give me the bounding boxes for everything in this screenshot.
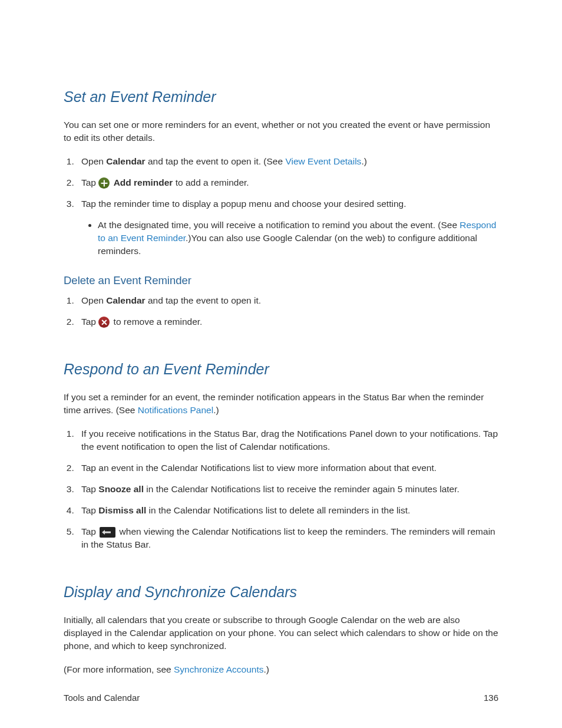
link-notifications-panel[interactable]: Notifications Panel — [138, 405, 213, 415]
link-synchronize-accounts[interactable]: Synchronize Accounts — [174, 664, 264, 674]
page-number: 136 — [484, 693, 498, 703]
text: Tap — [81, 526, 98, 536]
bold: Dismiss all — [98, 505, 146, 515]
text: Tap the reminder time to display a popup… — [81, 199, 406, 209]
step-item: Tap the reminder time to display a popup… — [77, 197, 498, 258]
page: Set an Event Reminder You can set one or… — [0, 0, 562, 728]
text: At the designated time, you will receive… — [98, 220, 459, 230]
section-set-reminder: Set an Event Reminder You can set one or… — [64, 88, 498, 328]
link-view-event-details[interactable]: View Event Details — [285, 156, 361, 166]
text: in the Calendar Notifications list to de… — [146, 505, 410, 515]
bold: Add reminder — [114, 177, 173, 187]
sub-item: At the designated time, you will receive… — [98, 219, 498, 258]
intro-respond: If you set a reminder for an event, the … — [64, 391, 498, 417]
text: Open — [81, 156, 106, 166]
bold: Calendar — [106, 156, 145, 166]
bold: Calendar — [106, 295, 145, 305]
step-item: If you receive notifications in the Stat… — [77, 427, 498, 453]
text: Tap an event in the Calendar Notificatio… — [81, 463, 437, 473]
back-icon — [100, 527, 115, 538]
heading-delete-reminder: Delete an Event Reminder — [64, 274, 498, 287]
steps-delete-reminder: Open Calendar and tap the event to open … — [64, 294, 498, 328]
step-item: Tap Add reminder to add a reminder. — [77, 176, 498, 189]
text: to add a reminder. — [173, 177, 249, 187]
text: .) — [361, 156, 366, 166]
footer: Tools and Calendar 136 — [64, 693, 498, 703]
step-item: Open Calendar and tap the event to open … — [77, 155, 498, 168]
text: in the Calendar Notifications list to re… — [144, 484, 459, 494]
step-item: Tap an event in the Calendar Notificatio… — [77, 462, 498, 475]
section-respond: Respond to an Event Reminder If you set … — [64, 361, 498, 551]
text: .) — [213, 405, 219, 415]
text: to remove a reminder. — [111, 317, 202, 327]
text: Tap — [81, 317, 98, 327]
text: .) — [263, 664, 269, 674]
heading-set-reminder: Set an Event Reminder — [64, 88, 498, 106]
steps-set-reminder: Open Calendar and tap the event to open … — [64, 155, 498, 258]
text: If you set a reminder for an event, the … — [64, 392, 484, 415]
text: Open — [81, 295, 106, 305]
x-icon — [98, 317, 110, 328]
text: If you receive notifications in the Stat… — [81, 429, 498, 452]
more-info: (For more information, see Synchronize A… — [64, 663, 498, 676]
heading-display-sync: Display and Synchronize Calendars — [64, 584, 498, 601]
plus-icon — [98, 177, 110, 189]
intro-display-sync: Initially, all calendars that you create… — [64, 614, 498, 653]
text: when viewing the Calendar Notifications … — [81, 526, 495, 549]
text: Tap — [81, 505, 98, 515]
text: (For more information, see — [64, 664, 174, 674]
intro-set-reminder: You can set one or more reminders for an… — [64, 118, 498, 144]
footer-section: Tools and Calendar — [64, 693, 140, 703]
heading-respond: Respond to an Event Reminder — [64, 361, 498, 378]
step-item: Tap to remove a reminder. — [77, 315, 498, 328]
text: and tap the event to open it. (See — [146, 156, 286, 166]
bold: Snooze all — [98, 484, 144, 494]
step-item: Tap Snooze all in the Calendar Notificat… — [77, 483, 498, 496]
text: Tap — [81, 484, 98, 494]
step-item: Open Calendar and tap the event to open … — [77, 294, 498, 307]
section-display-sync: Display and Synchronize Calendars Initia… — [64, 584, 498, 676]
text: Tap — [81, 177, 98, 187]
text: and tap the event to open it. — [146, 295, 261, 305]
sub-list: At the designated time, you will receive… — [81, 219, 498, 258]
step-item: Tap when viewing the Calendar Notificati… — [77, 525, 498, 551]
step-item: Tap Dismiss all in the Calendar Notifica… — [77, 504, 498, 517]
steps-respond: If you receive notifications in the Stat… — [64, 427, 498, 551]
